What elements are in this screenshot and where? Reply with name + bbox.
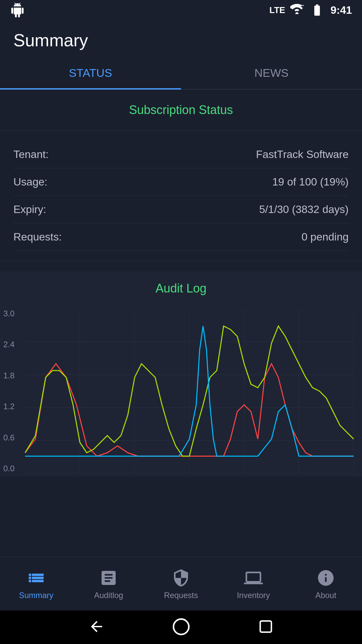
android-nav-bar [0,610,362,644]
network-type: LTE [269,5,285,15]
battery-icon [309,3,325,17]
y-label-18: 1.8 [3,371,14,380]
requests-label: Requests: [13,231,62,243]
monitor-icon [243,568,263,588]
nav-label-inventory: Inventory [237,591,270,600]
tenant-row: Tenant: FastTrack Software [13,141,349,168]
usage-value: 19 of 100 (19%) [272,176,349,188]
subscription-title: Subscription Status [129,103,233,117]
top-divider [0,130,362,131]
app-header: Summary [0,20,362,57]
status-bar-left [10,3,25,17]
expiry-value: 5/1/30 (3832 days) [259,203,349,216]
usage-label: Usage: [13,176,47,188]
shield-icon [171,568,191,588]
requests-value: 0 pending [301,231,349,243]
nav-item-summary[interactable]: Summary [0,563,72,605]
status-bar-right: LTE 9:41 [269,3,352,17]
time: 9:41 [330,4,352,16]
nav-item-auditlog[interactable]: Auditlog [72,563,145,605]
audit-log-section: Audit Log 3.0 2.4 1.8 1.2 0.6 0.0 [0,268,362,480]
chart-y-axis: 3.0 2.4 1.8 1.2 0.6 0.0 [3,309,14,473]
home-button[interactable] [172,618,190,637]
nav-label-auditlog: Auditlog [94,591,123,600]
y-label-24: 2.4 [3,340,14,349]
svg-point-12 [173,619,189,634]
usage-row: Usage: 19 of 100 (19%) [13,168,349,196]
subscription-section: Subscription Status [0,90,362,124]
signal-icon [290,3,304,17]
status-bar: LTE 9:41 [0,0,362,20]
tab-news[interactable]: NEWS [181,57,362,89]
tab-status[interactable]: STATUS [0,57,181,89]
requests-row: Requests: 0 pending [13,223,349,251]
back-button[interactable] [88,618,105,636]
audit-log-header: Audit Log [0,271,362,302]
y-label-00: 0.0 [3,464,14,473]
nav-label-requests: Requests [164,591,198,600]
nav-item-about[interactable]: About [290,563,362,605]
audit-log-chart [23,309,355,473]
expiry-label: Expiry: [13,203,46,216]
audit-log-title: Audit Log [156,281,206,295]
recents-button[interactable] [257,618,274,636]
bottom-nav: Summary Auditlog Requests Inventory [0,557,362,610]
y-label-30: 3.0 [3,309,14,318]
info-icon [316,568,336,588]
chart-container: 3.0 2.4 1.8 1.2 0.6 0.0 [0,302,362,477]
auditlog-icon [99,568,119,588]
subscription-details: Tenant: FastTrack Software Usage: 19 of … [0,138,362,254]
svg-rect-13 [260,621,271,632]
expiry-row: Expiry: 5/1/30 (3832 days) [13,196,349,223]
page-title: Summary [13,30,349,50]
bottom-divider [0,261,362,261]
y-label-12: 1.2 [3,402,14,411]
nav-item-inventory[interactable]: Inventory [217,563,290,605]
tenant-label: Tenant: [13,148,49,161]
nav-item-requests[interactable]: Requests [145,563,217,605]
y-label-06: 0.6 [3,433,14,442]
tab-bar: STATUS NEWS [0,57,362,90]
nav-label-about: About [315,591,337,600]
android-icon [10,3,25,17]
tenant-value: FastTrack Software [256,148,349,161]
list-icon [26,568,46,588]
nav-label-summary: Summary [19,591,54,600]
